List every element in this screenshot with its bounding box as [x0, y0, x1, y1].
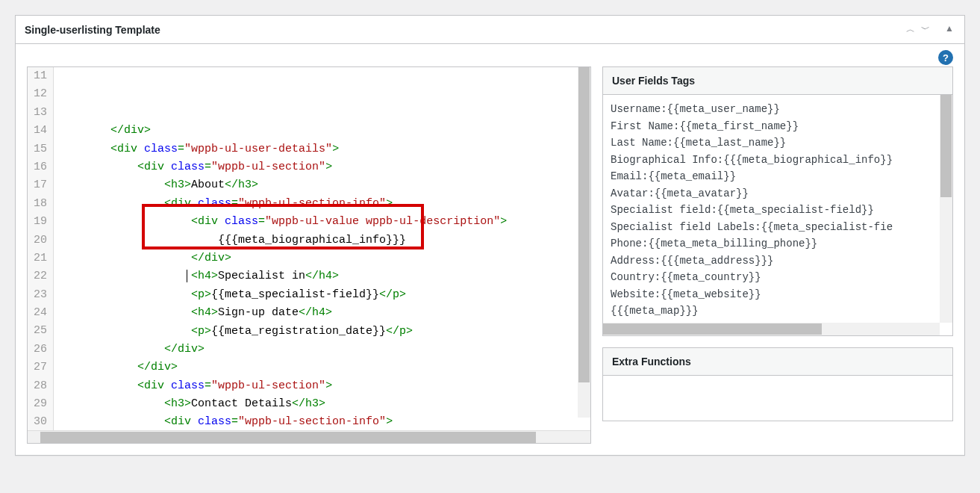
code-line[interactable]: <div class="wppb-ul-section-info">: [57, 413, 590, 430]
code-line[interactable]: <p>{{meta_registration_date}}</p>: [57, 323, 590, 341]
code-line[interactable]: <h3>About</h3>: [57, 176, 590, 194]
tags-hscroll[interactable]: [603, 323, 940, 335]
tag-item[interactable]: Specialist field:{{meta_specialist-field…: [611, 202, 945, 219]
tag-item[interactable]: Username:{{meta_user_name}}: [611, 101, 945, 118]
editor-row: 1112131415161718192021222324252627282930…: [27, 66, 953, 444]
collapse-icon[interactable]: ▲: [943, 22, 955, 37]
tag-item[interactable]: Biographical Info:{{{meta_biographical_i…: [611, 152, 945, 169]
code-line[interactable]: </div>: [57, 122, 590, 140]
extra-functions-title: Extra Functions: [603, 348, 952, 376]
tag-item[interactable]: Website:{{meta_website}}: [611, 286, 945, 303]
tags-vscroll[interactable]: [940, 95, 952, 323]
tag-item[interactable]: Address:{{{meta_address}}}: [611, 252, 945, 270]
tags-list[interactable]: Username:{{meta_user_name}}First Name:{{…: [603, 95, 952, 323]
user-fields-body[interactable]: Username:{{meta_user_name}}First Name:{{…: [603, 95, 952, 335]
code-line[interactable]: <h4>Specialist in</h4>: [57, 267, 590, 285]
code-lines[interactable]: </div> <div class="wppb-ul-user-details"…: [54, 67, 590, 430]
tags-hscroll-thumb[interactable]: [603, 323, 822, 335]
code-line[interactable]: </div>: [57, 359, 590, 376]
code-line[interactable]: <div class="wppb-ul-user-details">: [57, 140, 590, 158]
extra-functions-panel: Extra Functions: [602, 347, 953, 421]
panel-controls: ︿ ﹀ ▲: [905, 22, 955, 37]
code-line[interactable]: <h3>Contact Details</h3>: [57, 395, 590, 413]
tag-item[interactable]: Last Name:{{meta_last_name}}: [611, 134, 945, 152]
editor-vscroll[interactable]: [578, 67, 590, 418]
code-line[interactable]: <div class="wppb-ul-section-info">: [57, 195, 590, 213]
tags-vscroll-thumb[interactable]: [940, 95, 952, 197]
tag-item[interactable]: Country:{{meta_country}}: [611, 269, 945, 286]
move-up-icon[interactable]: ︿: [905, 22, 917, 37]
tag-item[interactable]: First Name:{{meta_first_name}}: [611, 118, 945, 135]
template-panel: Single-userlisting Template ︿ ﹀ ▲ ? 1112…: [15, 15, 965, 456]
editor-hscroll[interactable]: [28, 430, 590, 443]
tag-item[interactable]: Specialist field Labels:{{meta_specialis…: [611, 219, 945, 236]
editor-vscroll-thumb[interactable]: [578, 67, 590, 382]
user-fields-panel: User Fields Tags Username:{{meta_user_na…: [602, 66, 953, 336]
code-line[interactable]: <div class="wppb-ul-value wppb-ul-descri…: [57, 213, 590, 231]
help-icon[interactable]: ?: [938, 50, 953, 65]
code-line[interactable]: <div class="wppb-ul-section">: [57, 377, 590, 395]
tag-item[interactable]: Email:{{meta_email}}: [611, 168, 945, 185]
editor-hscroll-thumb[interactable]: [40, 432, 536, 443]
panel-title: Single-userlisting Template: [25, 24, 160, 36]
panel-header: Single-userlisting Template ︿ ﹀ ▲: [16, 16, 964, 44]
code-line[interactable]: <p>{{meta_specialist-field}}</p>: [57, 286, 590, 304]
code-line[interactable]: </div>: [57, 341, 590, 359]
gutter: 1112131415161718192021222324252627282930…: [28, 67, 54, 430]
tag-item[interactable]: {{{meta_map}}}: [611, 303, 945, 320]
panel-body: ? 11121314151617181920212223242526272829…: [16, 44, 964, 455]
move-down-icon[interactable]: ﹀: [920, 22, 931, 37]
user-fields-title: User Fields Tags: [603, 67, 952, 95]
code-editor[interactable]: 1112131415161718192021222324252627282930…: [27, 66, 591, 444]
tag-item[interactable]: Avatar:{{meta_avatar}}: [611, 185, 945, 202]
code-line[interactable]: {{{meta_biographical_info}}}: [57, 232, 590, 249]
code-line[interactable]: <h4>Sign-up date</h4>: [57, 304, 590, 322]
code-line[interactable]: <div class="wppb-ul-section">: [57, 158, 590, 176]
sidebar: User Fields Tags Username:{{meta_user_na…: [602, 66, 953, 444]
code-line[interactable]: </div>: [57, 249, 590, 267]
tag-item[interactable]: Phone:{{meta_meta_billing_phone}}: [611, 235, 945, 252]
extra-functions-body[interactable]: [603, 376, 952, 421]
